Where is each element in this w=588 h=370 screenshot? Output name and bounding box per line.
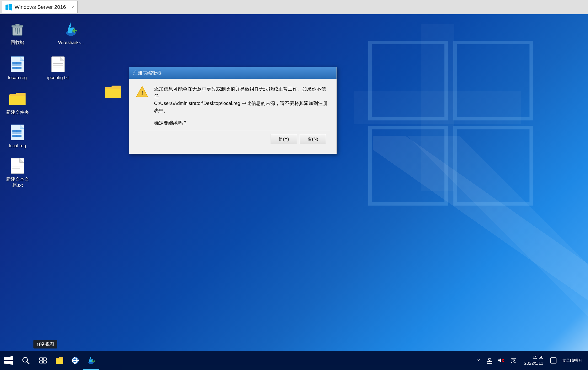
clock-time: 15:56 — [533, 355, 543, 360]
task-view-tooltip: 任务视图 — [33, 340, 57, 348]
svg-rect-40 — [12, 135, 17, 137]
language-indicator[interactable]: 英 — [506, 351, 520, 370]
task-view-icon — [39, 356, 47, 365]
svg-rect-18 — [12, 62, 17, 64]
dialog-confirm-text: 确定要继续吗？ — [154, 120, 330, 126]
dialog-title: 注册表编辑器 — [133, 70, 162, 76]
network-icon — [486, 357, 493, 364]
new-folder-label: 新建文件夹 — [6, 109, 29, 115]
taskbar-wireshark[interactable] — [83, 351, 99, 370]
clock-date: 2022/5/11 — [524, 361, 543, 366]
svg-rect-62 — [487, 362, 492, 364]
tab-label: Windows Server 2016 — [15, 4, 66, 10]
locan-reg-label: locan.reg — [8, 75, 27, 81]
volume-tray-button[interactable] — [495, 351, 506, 370]
svg-rect-8 — [16, 24, 19, 26]
dialog-body: ! 添加信息可能会在无意中更改或删除值并导致组件无法继续正常工作。如果你不信任 … — [129, 79, 336, 154]
svg-rect-42 — [11, 158, 24, 174]
svg-rect-64 — [488, 359, 491, 360]
notification-button[interactable] — [548, 351, 559, 370]
win-logo-bg — [361, 33, 540, 213]
svg-rect-20 — [12, 64, 17, 66]
svg-rect-5 — [455, 128, 531, 204]
dialog-title-bar: 注册表编辑器 — [129, 67, 336, 79]
svg-line-52 — [27, 361, 29, 364]
notification-icon — [550, 357, 557, 364]
taskbar-wireshark-icon — [86, 356, 95, 365]
ipconfig-txt-icon — [49, 56, 67, 73]
registry-dialog: 注册表编辑器 ! 添加信息可能会在无意中更改或删除值并导致组件无法继续正常工作。… — [129, 67, 337, 154]
search-button[interactable] — [17, 351, 34, 370]
svg-rect-4 — [370, 128, 446, 204]
desktop-icon-locan-reg[interactable]: locan.reg — [2, 54, 33, 83]
network-tray-button[interactable] — [484, 351, 495, 370]
wireshark-label: Wireshark-... — [58, 40, 84, 46]
svg-rect-36 — [12, 130, 17, 132]
warning-icon: ! — [136, 85, 148, 99]
desktop-icon-folder2[interactable] — [97, 81, 128, 104]
svg-rect-67 — [550, 358, 556, 363]
file-explorer-icon — [55, 356, 64, 365]
svg-rect-24 — [52, 57, 64, 72]
desktop-icon-ipconfig-txt[interactable]: ipconfig.txt — [42, 54, 74, 83]
start-button[interactable] — [0, 351, 17, 370]
svg-rect-19 — [17, 62, 21, 64]
svg-rect-23 — [17, 67, 21, 69]
tray-expand-icon — [477, 358, 481, 363]
local-reg-label: local.reg — [9, 143, 26, 149]
dialog-message-line1: 添加信息可能会在无意中更改或删除值并导致组件无法继续正常工作。如果你不信任 — [154, 85, 330, 100]
desktop-icon-new-folder[interactable]: 新建文件夹 — [2, 88, 33, 117]
desktop-icon-local-reg[interactable]: local.reg — [2, 122, 33, 151]
wireshark-icon — [62, 21, 80, 38]
svg-text:!: ! — [141, 89, 143, 97]
svg-rect-2 — [370, 43, 446, 119]
svg-rect-3 — [455, 43, 531, 119]
locan-reg-icon — [9, 56, 26, 73]
new-txt-icon — [9, 157, 26, 174]
dialog-yes-button[interactable]: 是(Y) — [271, 134, 297, 144]
desktop-icon-wireshark[interactable]: Wireshark-... — [55, 19, 86, 48]
recycle-bin-icon — [9, 21, 26, 38]
recycle-bin-label: 回收站 — [11, 40, 24, 46]
svg-rect-21 — [17, 64, 21, 66]
svg-rect-22 — [12, 67, 17, 69]
windows-icon — [5, 4, 12, 11]
ie-icon — [71, 356, 80, 365]
local-reg-icon — [9, 124, 26, 141]
dialog-buttons: 是(Y) 否(N) — [136, 130, 330, 149]
svg-rect-37 — [17, 130, 21, 132]
dialog-message: 添加信息可能会在无意中更改或删除值并导致组件无法继续正常工作。如果你不信任 C:… — [154, 85, 330, 114]
desktop-icon-new-txt[interactable]: 新建文本文 档.txt — [2, 155, 33, 190]
clock[interactable]: 15:56 2022/5/11 — [521, 351, 547, 370]
title-bar: Windows Server 2016 × — [0, 0, 588, 14]
svg-rect-39 — [17, 132, 21, 134]
system-tray: 英 15:56 2022/5/11 道风晴明月 — [470, 351, 588, 370]
dialog-no-button[interactable]: 否(N) — [300, 134, 326, 144]
search-icon — [22, 356, 30, 365]
dialog-content: ! 添加信息可能会在无意中更改或删除值并导致组件无法继续正常工作。如果你不信任 … — [136, 85, 330, 114]
taskbar: 任务视图 — [0, 351, 588, 370]
ipconfig-txt-label: ipconfig.txt — [47, 75, 69, 81]
new-folder-icon — [9, 90, 26, 108]
tab-close-button[interactable]: × — [71, 5, 74, 10]
svg-rect-38 — [12, 132, 17, 134]
desktop-icon-recycle-bin[interactable]: 回收站 — [2, 19, 33, 48]
svg-rect-41 — [17, 135, 21, 137]
dialog-message-line2: C:\Users\Administrator\Desktop\local.reg… — [154, 100, 330, 114]
taskbar-ie[interactable] — [67, 351, 83, 370]
new-txt-label: 新建文本文 档.txt — [6, 176, 29, 188]
svg-rect-54 — [43, 358, 46, 360]
folder2-icon — [104, 83, 122, 100]
svg-rect-55 — [40, 361, 43, 363]
taskbar-file-explorer[interactable] — [52, 351, 67, 370]
weather-text: 道风晴明月 — [560, 351, 584, 370]
start-icon — [4, 356, 13, 365]
volume-icon — [497, 357, 504, 364]
task-view-button[interactable] — [34, 351, 52, 370]
svg-rect-53 — [40, 358, 43, 360]
svg-rect-56 — [43, 361, 46, 363]
vm-tab[interactable]: Windows Server 2016 × — [2, 1, 78, 13]
desktop: 回收站 Wireshark-... — [0, 14, 588, 351]
tray-expand-button[interactable] — [474, 351, 484, 370]
